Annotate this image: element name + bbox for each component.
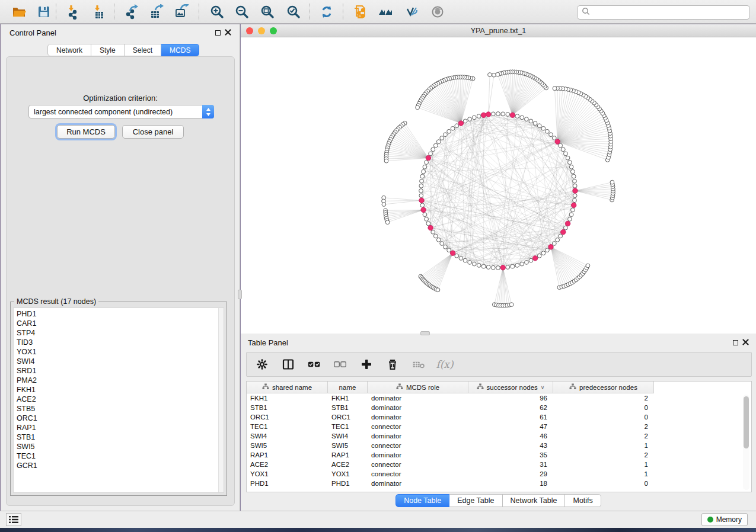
table-cell[interactable]: 18	[468, 479, 553, 488]
table-row[interactable]: SWI4SWI4dominator462	[247, 431, 751, 441]
column-header-successor-nodes[interactable]: successor nodes∨	[468, 382, 553, 393]
table-cell[interactable]: dominator	[368, 479, 468, 488]
graph-hub-node[interactable]	[500, 265, 505, 270]
eye-icon[interactable]	[427, 3, 448, 21]
horizontal-splitter-handle[interactable]	[420, 331, 430, 335]
table-cell[interactable]: PHD1	[247, 479, 328, 488]
graph-node[interactable]	[564, 152, 568, 156]
table-row[interactable]: SWI5SWI5connector431	[247, 441, 751, 450]
table-cell[interactable]: YOX1	[328, 469, 368, 479]
save-session-icon[interactable]	[33, 3, 55, 21]
table-cell[interactable]: dominator	[368, 450, 468, 460]
tab-node-table[interactable]: Node Table	[395, 494, 449, 507]
graph-hub-node[interactable]	[421, 207, 426, 212]
node-table[interactable]: shared namenameMCDS rolesuccessor nodes∨…	[246, 381, 752, 492]
graph-node[interactable]	[420, 203, 425, 207]
tab-select[interactable]: Select	[125, 44, 161, 56]
table-row[interactable]: STB1STB1dominator620	[247, 403, 751, 412]
window-minimize-icon[interactable]	[258, 27, 265, 34]
table-row[interactable]: ACE2ACE2connector311	[247, 460, 751, 469]
import-table-icon[interactable]	[89, 3, 110, 21]
graph-node[interactable]	[520, 262, 524, 266]
graph-node[interactable]	[569, 165, 573, 169]
mcds-result-item[interactable]: GCR1	[14, 461, 224, 470]
graph-hub-node[interactable]	[510, 113, 515, 117]
graph-node[interactable]	[546, 129, 550, 133]
graph-leaf-node[interactable]	[610, 180, 614, 184]
table-cell[interactable]: 2	[553, 422, 654, 431]
table-row[interactable]: FKH1FKH1dominator962	[247, 393, 751, 403]
table-cell[interactable]: RAP1	[247, 450, 328, 460]
deselect-all-icon[interactable]	[334, 358, 347, 371]
table-cell[interactable]: 2	[553, 393, 654, 403]
columns-icon[interactable]	[282, 358, 295, 371]
graph-node[interactable]	[440, 136, 444, 140]
tab-mcds[interactable]: MCDS	[161, 44, 199, 56]
graph-hub-node[interactable]	[426, 155, 430, 160]
graph-node[interactable]	[525, 117, 529, 121]
clone-network-icon[interactable]	[350, 3, 371, 21]
vertical-splitter-handle[interactable]	[238, 290, 242, 299]
graph-node[interactable]	[520, 116, 524, 120]
graph-node[interactable]	[447, 129, 451, 133]
column-header-name[interactable]: name	[328, 382, 368, 393]
table-scrollbar[interactable]	[743, 395, 749, 490]
graph-node[interactable]	[491, 265, 495, 270]
table-cell[interactable]: 2	[553, 431, 654, 441]
export-network-icon[interactable]	[121, 3, 142, 21]
graph-node[interactable]	[573, 184, 577, 188]
graph-node[interactable]	[515, 114, 519, 118]
graph-node[interactable]	[515, 264, 519, 268]
graph-node[interactable]	[436, 238, 441, 242]
table-cell[interactable]: PHD1	[328, 479, 368, 488]
table-cell[interactable]: TEC1	[247, 422, 328, 431]
add-column-icon[interactable]	[360, 358, 373, 371]
table-cell[interactable]: dominator	[368, 393, 468, 403]
graph-node[interactable]	[423, 213, 427, 217]
mcds-result-item[interactable]: TEC1	[14, 451, 224, 461]
refresh-layout-icon[interactable]	[316, 3, 337, 21]
graph-node[interactable]	[436, 140, 441, 144]
graph-leaf-node[interactable]	[586, 264, 590, 268]
graph-node[interactable]	[556, 238, 560, 242]
select-all-icon[interactable]	[308, 358, 321, 371]
graph-node[interactable]	[566, 156, 570, 160]
mcds-result-item[interactable]: ACE2	[14, 395, 224, 404]
graph-leaf-node[interactable]	[509, 303, 513, 307]
graph-node[interactable]	[440, 242, 444, 246]
graph-hub-node[interactable]	[428, 225, 433, 230]
graph-leaf-node[interactable]	[385, 220, 390, 225]
graph-node[interactable]	[559, 234, 563, 238]
graph-node[interactable]	[433, 234, 438, 238]
table-cell[interactable]: ORC1	[247, 412, 328, 422]
graph-node[interactable]	[423, 165, 427, 169]
graph-node[interactable]	[444, 245, 448, 249]
graph-node[interactable]	[455, 254, 459, 258]
zoom-selected-icon[interactable]	[283, 3, 304, 21]
graph-node[interactable]	[472, 262, 476, 266]
graph-node[interactable]	[486, 265, 490, 270]
table-cell[interactable]: 0	[553, 412, 654, 422]
graph-node[interactable]	[511, 264, 515, 268]
graph-node[interactable]	[572, 174, 576, 178]
graph-node[interactable]	[552, 242, 556, 246]
mcds-result-item[interactable]: SWI4	[14, 357, 224, 366]
optimization-criterion-dropdown[interactable]: largest connected component (undirected)	[28, 105, 214, 118]
graph-hub-node[interactable]	[555, 139, 560, 144]
graph-node[interactable]	[422, 169, 426, 174]
graph-node[interactable]	[529, 119, 533, 123]
table-cell[interactable]: connector	[368, 469, 468, 479]
graph-node[interactable]	[501, 112, 505, 116]
graph-node[interactable]	[537, 254, 541, 258]
graph-node[interactable]	[433, 143, 438, 148]
graph-node[interactable]	[431, 148, 435, 152]
zoom-fit-icon[interactable]	[257, 3, 278, 21]
gear-icon[interactable]	[256, 358, 269, 371]
graph-node[interactable]	[429, 152, 433, 156]
graph-node[interactable]	[431, 230, 435, 234]
graph-node[interactable]	[533, 121, 537, 126]
graph-node[interactable]	[546, 248, 550, 252]
graph-node[interactable]	[569, 213, 573, 217]
mcds-result-item[interactable]: STP4	[14, 328, 224, 338]
network-window-titlebar[interactable]: YPA_prune.txt_1	[241, 24, 756, 37]
